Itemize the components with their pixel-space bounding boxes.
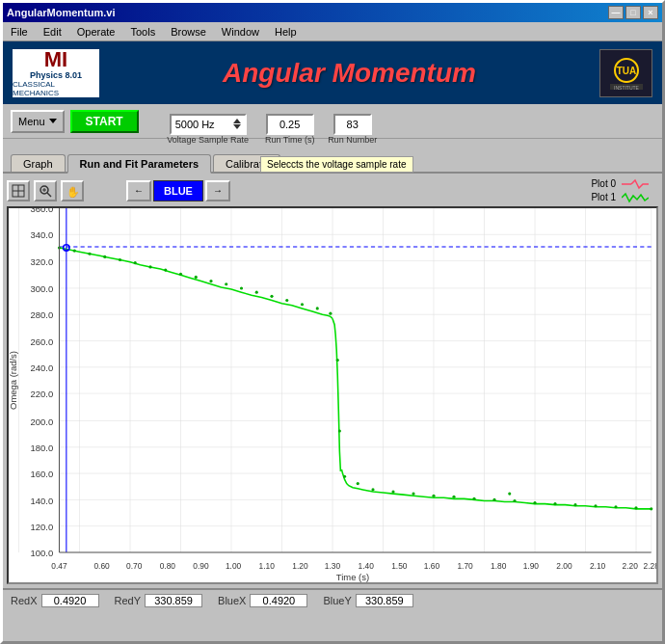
physics-text: Physics 8.01 (30, 70, 82, 80)
svg-point-116 (634, 506, 637, 509)
svg-point-82 (103, 255, 106, 257)
svg-point-114 (594, 504, 597, 507)
legend-plot0: Plot 0 (591, 178, 649, 190)
svg-text:1.30: 1.30 (325, 560, 341, 570)
dropdown-arrow-icon (49, 119, 57, 123)
legend-plot0-label: Plot 0 (591, 178, 616, 189)
start-button[interactable]: START (70, 110, 139, 133)
minimize-button[interactable]: — (608, 6, 624, 19)
svg-text:240.0: 240.0 (31, 362, 54, 373)
graph-toolbar: ✋ ← BLUE → Plot 0 (7, 177, 658, 204)
app-title: Angular Momentum (109, 58, 590, 89)
svg-point-87 (179, 272, 182, 275)
cm-text: CLASSICAL MECHANICS (13, 80, 99, 97)
nav-right-button[interactable]: → (205, 180, 230, 201)
legend-plot1-icon (622, 192, 649, 203)
menu-bar: File Edit Operate Tools Browse Window He… (3, 22, 662, 41)
legend-plot1: Plot 1 (591, 192, 649, 203)
svg-point-89 (209, 280, 212, 282)
menu-dropdown-label: Menu (18, 116, 45, 127)
menu-edit[interactable]: Edit (40, 24, 66, 40)
legend-plot1-label: Plot 1 (591, 192, 616, 202)
svg-point-104 (412, 492, 414, 495)
svg-point-97 (329, 311, 332, 314)
svg-point-80 (73, 249, 76, 252)
menu-browse[interactable]: Browse (167, 24, 210, 40)
controls-bar: Menu START 5000 Hz Voltage Sample Rate 0… (3, 104, 662, 139)
bluey-label: BlueY (323, 595, 351, 606)
menu-operate[interactable]: Operate (73, 24, 120, 40)
title-bar-buttons: — □ × (608, 6, 658, 19)
svg-text:0.90: 0.90 (193, 560, 209, 570)
mit-text: MI (44, 49, 67, 70)
svg-text:1.40: 1.40 (358, 560, 374, 570)
runtime-control: 0.25 Run Time (s) (266, 114, 314, 135)
legend-plot0-icon (622, 178, 649, 190)
menu-window[interactable]: Window (218, 24, 263, 40)
frequency-up-arrow[interactable] (233, 119, 241, 123)
svg-point-90 (225, 282, 227, 285)
svg-point-107 (472, 496, 475, 499)
tool-crosshair[interactable] (7, 180, 30, 201)
svg-text:360.0: 360.0 (31, 208, 54, 214)
tua-logo: TUA INSTITUTE (599, 49, 652, 97)
menu-tools[interactable]: Tools (126, 24, 159, 40)
svg-point-101 (357, 482, 359, 485)
svg-text:2.20: 2.20 (623, 560, 639, 570)
redx-group: RedX 0.4920 (11, 594, 99, 607)
tab-run-fit-parameters[interactable]: Run and Fit Parameters (67, 154, 211, 174)
header-band: MI Physics 8.01 CLASSICAL MECHANICS Angu… (3, 41, 662, 104)
svg-point-86 (164, 268, 167, 271)
svg-point-103 (391, 490, 394, 493)
frequency-down-arrow[interactable] (233, 124, 241, 129)
svg-point-111 (533, 500, 536, 503)
nav-left-button[interactable]: ← (126, 180, 151, 201)
svg-text:1.90: 1.90 (523, 560, 540, 570)
runtime-label: Run Time (s) (265, 135, 315, 145)
svg-point-83 (119, 257, 121, 260)
nav-controls: ← BLUE → (126, 180, 230, 201)
frequency-label: Voltage Sample Rate (167, 135, 249, 145)
menu-help[interactable]: Help (271, 24, 301, 40)
svg-point-94 (285, 298, 288, 301)
maximize-button[interactable]: □ (625, 6, 641, 19)
svg-text:340.0: 340.0 (31, 229, 54, 240)
svg-text:100.0: 100.0 (31, 548, 54, 558)
mit-logo: MI Physics 8.01 CLASSICAL MECHANICS (13, 49, 99, 97)
svg-text:320.0: 320.0 (31, 255, 54, 266)
menu-file[interactable]: File (7, 24, 32, 40)
tool-zoom[interactable] (34, 180, 57, 201)
svg-text:300.0: 300.0 (31, 283, 54, 294)
frequency-box[interactable]: 5000 Hz (170, 114, 247, 135)
svg-text:160.0: 160.0 (31, 469, 54, 479)
svg-point-113 (573, 503, 576, 506)
cursor-color-box: BLUE (153, 180, 203, 201)
cursor-color-label: BLUE (164, 185, 193, 197)
runnumber-box[interactable]: 83 (333, 114, 372, 135)
svg-point-102 (371, 488, 374, 491)
svg-text:260.0: 260.0 (31, 335, 54, 346)
svg-point-100 (343, 474, 346, 477)
runnumber-value: 83 (347, 119, 359, 130)
tool-pan[interactable]: ✋ (61, 180, 84, 201)
title-bar: AngularMomentum.vi — □ × (3, 3, 662, 22)
graph-area[interactable]: 360.0 340.0 320.0 300.0 280.0 260.0 240.… (7, 206, 658, 585)
runtime-box[interactable]: 0.25 (266, 114, 314, 135)
svg-text:1.80: 1.80 (491, 560, 507, 570)
svg-point-98 (336, 358, 339, 361)
svg-point-109 (508, 492, 511, 495)
redy-label: RedY (115, 595, 142, 606)
svg-text:1.10: 1.10 (259, 560, 276, 570)
bluex-group: BlueX 0.4920 (218, 594, 307, 607)
svg-text:0.70: 0.70 (126, 560, 143, 570)
menu-dropdown[interactable]: Menu (11, 110, 65, 133)
svg-text:0.60: 0.60 (93, 560, 110, 570)
frequency-control: 5000 Hz Voltage Sample Rate (170, 114, 247, 135)
svg-text:1.70: 1.70 (457, 560, 473, 570)
close-button[interactable]: × (643, 6, 658, 19)
svg-text:TUA: TUA (616, 66, 636, 76)
tab-graph[interactable]: Graph (11, 154, 66, 172)
svg-text:0.80: 0.80 (160, 560, 176, 570)
svg-point-81 (88, 252, 91, 255)
graph-container: ✋ ← BLUE → Plot 0 (3, 174, 662, 588)
